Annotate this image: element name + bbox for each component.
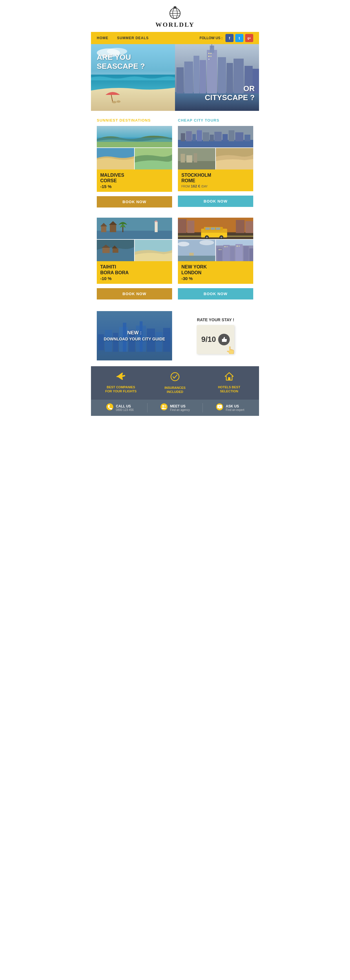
checkmark-icon (149, 372, 201, 383)
stockholm-card: STOCKHOLM ROME FROM 162 € /DAY (178, 126, 253, 191)
svg-point-12 (116, 100, 120, 103)
feature-hotels-title: HOTELS BEST SELECTION (203, 385, 255, 393)
svg-point-125 (162, 405, 164, 407)
stockholm-price: FROM 162 € /DAY (181, 184, 250, 188)
newyork-top-img (178, 218, 253, 239)
newyork-images (178, 218, 253, 261)
features-bar: BEST COMPANIES FOR YOUR FLIGHTS INSURANC… (91, 366, 259, 400)
city-guide-banner[interactable]: NEW : DOWNLOAD YOUR CITY GUIDE (97, 311, 172, 360)
svg-rect-58 (110, 225, 116, 232)
header: WORLDLY (91, 0, 259, 32)
maldives-dest1: MALDIVES (100, 172, 169, 178)
call-us-sub: 0800 123 456 (116, 408, 133, 412)
taihiti-column: TAIHITI BORA BORA -10 % BOOK NOW (97, 218, 172, 305)
maldives-image-top (97, 126, 172, 148)
chat-icon: ? (216, 403, 223, 412)
svg-rect-105 (237, 245, 238, 247)
newyork-dest2: LONDON (181, 270, 250, 275)
newyork-book-btn[interactable]: BOOK NOW (178, 288, 253, 299)
svg-rect-31 (208, 59, 209, 60)
taihiti-card: TAIHITI BORA BORA -10 % (97, 218, 172, 283)
rate-score: 9/10 (201, 335, 216, 344)
meet-us-title: MEET US (170, 404, 190, 408)
city-guide-desc: DOWNLOAD YOUR CITY GUIDE (104, 336, 165, 342)
stockholm-br-img (216, 148, 253, 169)
svg-rect-120 (222, 339, 223, 342)
footer-divider-2 (203, 403, 203, 412)
taihiti-book-btn[interactable]: BOOK NOW (97, 288, 172, 299)
svg-rect-104 (226, 246, 228, 247)
svg-rect-63 (113, 248, 119, 253)
svg-point-90 (178, 242, 190, 247)
stockholm-bl (178, 148, 215, 169)
city-tours-column: CHEAP CITY TOURS (178, 118, 253, 213)
taihiti-discount: -10 % (100, 276, 169, 281)
hand-icon: 👆 (226, 346, 234, 354)
svg-rect-97 (230, 247, 235, 261)
maldives-discount: -15 % (100, 184, 169, 189)
svg-rect-40 (192, 134, 196, 141)
hero-left: ARE YOU SEASCAPE ? (91, 44, 175, 111)
svg-point-91 (200, 240, 214, 245)
rate-label: RATE YOUR STAY ! (197, 318, 234, 322)
newyork-bl-img (178, 240, 215, 261)
call-us-title: CALL US (116, 404, 133, 408)
footer-meet-text: MEET US Find an agency (170, 404, 190, 412)
svg-rect-96 (223, 245, 230, 261)
svg-point-73 (220, 237, 222, 238)
navigation: HOME SUMMER DEALS FOLLOW US : f t g+ (91, 32, 259, 44)
svg-rect-48 (244, 135, 250, 141)
plane-icon (95, 372, 147, 383)
checkmark-svg (170, 372, 180, 381)
facebook-button[interactable]: f (225, 34, 234, 42)
hero-left-text: ARE YOU SEASCAPE ? (97, 53, 145, 71)
hero-right-text: OR CITYSCAPE ? (205, 84, 255, 102)
newyork-br (216, 240, 253, 261)
footer-divider-1 (147, 403, 147, 412)
logo-icon (166, 5, 184, 20)
newyork-bl (178, 240, 215, 261)
svg-rect-101 (219, 249, 220, 250)
svg-rect-56 (97, 231, 172, 239)
logo-container (94, 5, 256, 21)
city-guide-text: NEW : DOWNLOAD YOUR CITY GUIDE (104, 329, 165, 342)
svg-rect-38 (181, 133, 185, 141)
svg-point-126 (164, 406, 166, 407)
svg-rect-15 (176, 67, 184, 94)
footer-ask[interactable]: ? ASK US Find an expert (204, 403, 256, 412)
footer-bar: CALL US 0800 123 456 MEET US Find an age… (91, 399, 259, 416)
twitter-button[interactable]: t (235, 34, 243, 42)
svg-rect-44 (214, 132, 222, 141)
svg-rect-60 (155, 222, 158, 232)
city-guide-new: NEW : (104, 329, 165, 336)
stockholm-label: STOCKHOLM ROME FROM 162 € /DAY (178, 169, 253, 191)
svg-rect-122 (228, 377, 230, 380)
footer-ask-text: ASK US Find an expert (226, 404, 244, 412)
svg-rect-30 (211, 56, 212, 57)
svg-rect-79 (187, 221, 195, 233)
footer-meet[interactable]: MEET US Find an agency (149, 403, 201, 412)
phone-icon (106, 403, 114, 412)
maldives-book-btn[interactable]: BOOK NOW (97, 196, 172, 207)
price-suffix: /DAY (201, 185, 208, 188)
svg-rect-33 (97, 138, 172, 142)
feature-insurance-title: INSURANCES INCLUDED (149, 386, 201, 394)
promo-section: NEW : DOWNLOAD YOUR CITY GUIDE RATE YOUR… (91, 308, 259, 366)
svg-rect-102 (220, 249, 222, 250)
svg-point-71 (206, 237, 208, 238)
nav-summer-deals[interactable]: SUMMER DEALS (117, 36, 149, 40)
newyork-column: NEW YORK LONDON -30 % BOOK NOW (178, 218, 253, 305)
stockholm-image-top (178, 126, 253, 148)
follow-label: FOLLOW US : (200, 36, 223, 40)
googleplus-button[interactable]: g+ (245, 34, 253, 42)
footer-call[interactable]: CALL US 0800 123 456 (94, 403, 146, 412)
newyork-br-img (216, 240, 253, 261)
city-tours-title: CHEAP CITY TOURS (178, 118, 253, 123)
svg-rect-92 (178, 256, 215, 261)
maldives-br-img (135, 148, 172, 169)
feature-flights-title: BEST COMPANIES FOR YOUR FLIGHTS (95, 385, 147, 393)
nav-home[interactable]: HOME (97, 36, 108, 40)
svg-rect-103 (225, 246, 226, 247)
taihiti-top-img (97, 218, 172, 239)
stockholm-book-btn[interactable]: BOOK NOW (178, 196, 253, 207)
